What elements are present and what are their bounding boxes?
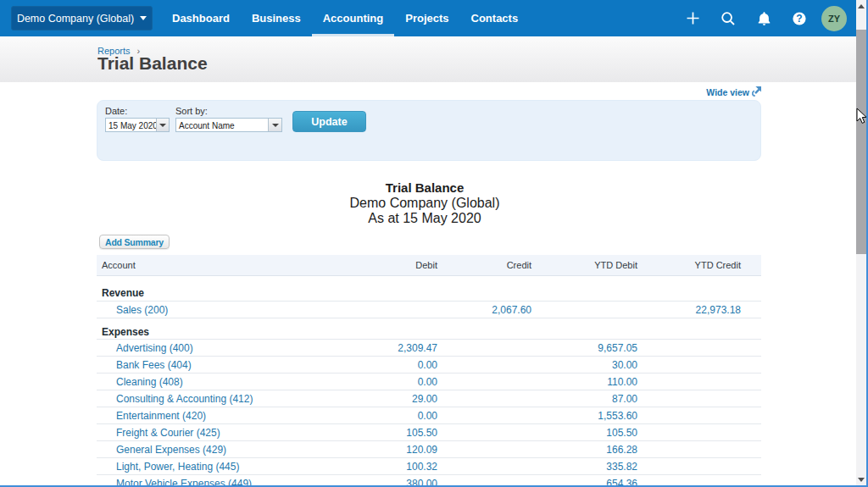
update-button[interactable]: Update bbox=[292, 111, 366, 132]
xero-page: Demo Company (Global) DashboardBusinessA… bbox=[0, 0, 856, 485]
nav-item-label: Projects bbox=[405, 12, 448, 25]
account-row: General Expenses (429)120.09166.28 bbox=[97, 441, 761, 458]
nav-item-contacts[interactable]: Contacts bbox=[460, 0, 530, 36]
scrollbar-down-arrow[interactable] bbox=[856, 473, 866, 485]
debit-value[interactable]: 29.00 bbox=[412, 393, 437, 405]
debit-value[interactable]: 0.00 bbox=[418, 359, 437, 371]
nav-item-dashboard[interactable]: Dashboard bbox=[161, 0, 241, 36]
account-row: Freight & Courier (425)105.50105.50 bbox=[97, 424, 761, 441]
ytd-debit-value[interactable]: 654.36 bbox=[606, 478, 637, 485]
credit-value[interactable]: 2,067.60 bbox=[492, 304, 531, 316]
account-row: Sales (200)2,067.6022,973.18 bbox=[97, 302, 761, 318]
debit-value[interactable]: 0.00 bbox=[418, 410, 437, 422]
scrollbar-up-arrow[interactable] bbox=[856, 0, 866, 12]
search-button[interactable] bbox=[710, 0, 746, 36]
sort-field-group: Sort by: Account Name bbox=[175, 106, 282, 160]
date-label: Date: bbox=[105, 106, 170, 116]
debit-value[interactable]: 120.09 bbox=[406, 444, 437, 456]
sort-select[interactable]: Account Name bbox=[175, 118, 282, 132]
sort-select-button[interactable] bbox=[268, 119, 281, 131]
ytd-debit-value[interactable]: 335.82 bbox=[606, 461, 637, 473]
account-link[interactable]: Motor Vehicle Expenses (449) bbox=[116, 478, 252, 485]
date-select-value: 15 May 2020 bbox=[106, 119, 156, 131]
section-name: Revenue bbox=[97, 287, 344, 301]
notifications-button[interactable] bbox=[746, 0, 782, 36]
debit-value[interactable]: 105.50 bbox=[406, 427, 437, 439]
account-link[interactable]: Consulting & Accounting (412) bbox=[116, 393, 253, 405]
wide-view-label: Wide view bbox=[706, 87, 749, 97]
account-link[interactable]: Light, Power, Heating (445) bbox=[116, 461, 239, 473]
scrollbar-thumb[interactable] bbox=[856, 30, 866, 254]
date-select[interactable]: 15 May 2020 bbox=[105, 118, 170, 132]
account-link[interactable]: Cleaning (408) bbox=[116, 376, 183, 388]
top-navigation-bar: Demo Company (Global) DashboardBusinessA… bbox=[0, 0, 856, 36]
triangle-up-icon bbox=[858, 4, 865, 8]
ytd-debit-value[interactable]: 166.28 bbox=[606, 444, 637, 456]
help-button[interactable]: ? bbox=[782, 0, 817, 36]
main-nav: DashboardBusinessAccountingProjectsConta… bbox=[161, 0, 529, 36]
nav-item-projects[interactable]: Projects bbox=[394, 0, 459, 36]
wide-view-link[interactable]: Wide view bbox=[706, 87, 761, 97]
account-link[interactable]: Freight & Courier (425) bbox=[116, 427, 220, 439]
account-link[interactable]: Sales (200) bbox=[116, 304, 168, 316]
nav-item-accounting[interactable]: Accounting bbox=[312, 0, 395, 36]
account-link[interactable]: Entertainment (420) bbox=[116, 410, 206, 422]
report-content: Wide view Date: 15 May 2020 Sort by: Acc… bbox=[0, 82, 856, 485]
vertical-scrollbar[interactable] bbox=[856, 0, 866, 485]
topbar-actions: ? ZY bbox=[675, 0, 856, 36]
account-row: Cleaning (408)0.00110.00 bbox=[97, 374, 761, 390]
browser-viewport: Demo Company (Global) DashboardBusinessA… bbox=[0, 0, 868, 487]
create-new-button[interactable] bbox=[675, 0, 710, 36]
account-link[interactable]: Advertising (400) bbox=[116, 342, 193, 354]
account-row: Motor Vehicle Expenses (449)380.00654.36 bbox=[97, 475, 761, 485]
nav-item-business[interactable]: Business bbox=[241, 0, 312, 36]
table-body: RevenueSales (200)2,067.6022,973.18Expen… bbox=[97, 276, 761, 485]
account-link[interactable]: General Expenses (429) bbox=[116, 444, 226, 456]
wide-view-row: Wide view bbox=[0, 82, 761, 97]
bell-icon bbox=[757, 11, 771, 26]
report-company: Demo Company (Global) bbox=[0, 196, 853, 211]
sort-select-value: Account Name bbox=[176, 119, 268, 131]
mouse-cursor bbox=[856, 108, 867, 125]
dropdown-arrow-icon bbox=[272, 124, 279, 127]
ytd-debit-value[interactable]: 110.00 bbox=[607, 376, 637, 388]
page-title: Trial Balance bbox=[97, 53, 856, 74]
account-row: Entertainment (420)0.001,553.60 bbox=[97, 407, 761, 424]
account-link[interactable]: Bank Fees (404) bbox=[116, 359, 192, 371]
account-row: Advertising (400)2,309.479,657.05 bbox=[97, 340, 761, 357]
active-tab-underline bbox=[312, 34, 395, 36]
account-row: Light, Power, Heating (445)100.32335.82 bbox=[97, 458, 761, 475]
section-row-expenses: Expenses bbox=[97, 318, 761, 340]
ytd-credit-value[interactable]: 22,973.18 bbox=[696, 304, 741, 316]
organisation-menu[interactable]: Demo Company (Global) bbox=[11, 6, 153, 30]
ytd-debit-value[interactable]: 9,657.05 bbox=[598, 342, 637, 354]
debit-value[interactable]: 2,309.47 bbox=[398, 342, 437, 354]
search-icon bbox=[721, 11, 736, 26]
nav-item-label: Contacts bbox=[471, 12, 519, 25]
user-avatar[interactable]: ZY bbox=[821, 6, 847, 31]
report-title: Trial Balance bbox=[0, 180, 853, 196]
question-mark-glyph: ? bbox=[796, 13, 802, 25]
ytd-debit-value[interactable]: 87.00 bbox=[612, 393, 637, 405]
ytd-debit-value[interactable]: 105.50 bbox=[606, 427, 637, 439]
nav-item-label: Dashboard bbox=[172, 12, 230, 25]
page-header: Reports › Trial Balance bbox=[0, 36, 856, 82]
nav-item-label: Business bbox=[252, 12, 301, 25]
plus-icon bbox=[686, 11, 700, 25]
chevron-down-icon bbox=[140, 16, 147, 20]
table-header-row: Account Debit Credit YTD Debit YTD Credi… bbox=[97, 255, 761, 276]
column-header-ytd-credit: YTD Credit bbox=[637, 260, 741, 270]
date-field-group: Date: 15 May 2020 bbox=[105, 106, 170, 160]
debit-value[interactable]: 100.32 bbox=[406, 461, 437, 473]
help-icon: ? bbox=[793, 12, 806, 25]
ytd-debit-value[interactable]: 1,553.60 bbox=[598, 410, 637, 422]
debit-value[interactable]: 380.00 bbox=[406, 478, 437, 485]
date-select-button[interactable] bbox=[156, 119, 169, 131]
debit-value[interactable]: 0.00 bbox=[418, 376, 437, 388]
expand-arrow-icon bbox=[752, 86, 761, 97]
report-filter-panel: Date: 15 May 2020 Sort by: Account Name … bbox=[97, 100, 761, 161]
ytd-debit-value[interactable]: 30.00 bbox=[612, 359, 637, 371]
dropdown-arrow-icon bbox=[159, 124, 166, 127]
account-row: Bank Fees (404)0.0030.00 bbox=[97, 357, 761, 374]
add-summary-button[interactable]: Add Summary bbox=[99, 235, 170, 249]
